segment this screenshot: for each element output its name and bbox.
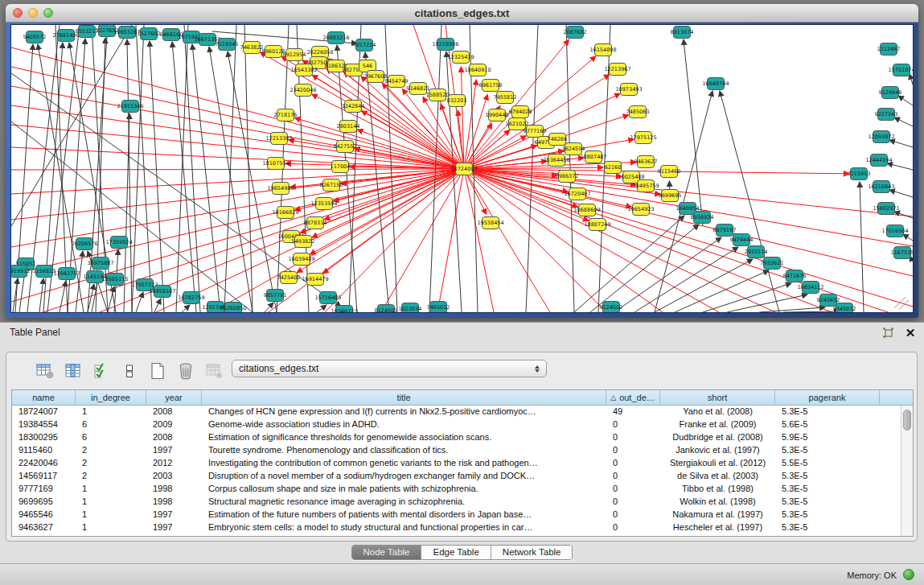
edge[interactable] <box>385 25 397 312</box>
edge[interactable] <box>894 297 906 308</box>
table-cell[interactable]: Jankovic et al. (1997) <box>660 444 775 457</box>
graph-node-1022034[interactable]: 1022034 <box>399 303 422 313</box>
table-cell[interactable]: 5.3E-5 <box>775 496 880 509</box>
table-source-select[interactable]: citations_edges.txt <box>232 360 547 377</box>
graph-node-15751074[interactable]: 15751074 <box>888 64 913 76</box>
edge[interactable] <box>898 96 913 105</box>
table-cell[interactable]: 5.3E-5 <box>775 444 880 457</box>
table-cell[interactable]: Tibbo et al. (1998) <box>660 483 775 496</box>
table-cell[interactable]: Embryonic stem cells: a model to study s… <box>202 521 606 534</box>
graph-node-9777169[interactable]: 9777169 <box>524 126 547 138</box>
table-cell[interactable]: Changes of HCN gene expression and I(f) … <box>202 406 606 418</box>
graph-node-9474444[interactable]: 9474444 <box>730 234 754 246</box>
edge[interactable] <box>317 305 326 312</box>
graph-node-7857224[interactable]: 7857224 <box>353 39 376 51</box>
table-cell[interactable]: 9465546 <box>12 509 76 521</box>
table-cell[interactable]: 5.5E-5 <box>775 457 880 470</box>
graph-node-7485063[interactable]: 7485063 <box>626 106 650 118</box>
table-cell[interactable]: 2 <box>76 444 146 457</box>
table-cell[interactable]: Structural magnetic resonance image aver… <box>202 496 606 509</box>
edge[interactable] <box>294 117 464 169</box>
table-cell[interactable]: Wolkin et al. (1998) <box>660 496 775 509</box>
graph-node-10807487[interactable]: 10807487 <box>580 151 606 163</box>
table-cell[interactable]: 49 <box>606 406 660 418</box>
edge[interactable] <box>11 169 464 170</box>
graph-node-8471676[interactable]: 8471676 <box>783 270 807 282</box>
graph-node-9227343[interactable]: 9227343 <box>875 109 898 121</box>
create-column-button[interactable] <box>148 361 167 381</box>
edge[interactable] <box>265 303 273 312</box>
network-canvas[interactable]: 1872400774638228960128891295428226058982… <box>11 25 913 312</box>
table-cell[interactable]: Estimation of the future numbers of pati… <box>202 509 606 521</box>
edge[interactable] <box>464 169 775 312</box>
graph-node-5405572[interactable]: 5405572 <box>23 31 47 43</box>
table-row[interactable]: 1872400712008Changes of HCN gene express… <box>12 406 913 418</box>
table-cell[interactable]: 22420046 <box>12 457 76 470</box>
graph-node-3242844[interactable]: 3242844 <box>342 101 365 113</box>
table-mode-button[interactable] <box>35 361 55 381</box>
table-cell[interactable]: 5.3E-5 <box>775 483 880 496</box>
graph-node-18346723[interactable]: 18346723 <box>331 306 357 313</box>
table-cell[interactable]: 9777169 <box>12 483 76 496</box>
table-cell[interactable]: 14569117 <box>12 470 76 483</box>
edge[interactable] <box>323 169 464 274</box>
table-row[interactable]: 1456911722003Disruption of a novel membe… <box>12 470 913 483</box>
graph-node-7519345[interactable]: 7519345 <box>216 39 239 51</box>
table-cell[interactable]: Investigating the contribution of common… <box>202 457 606 470</box>
edge[interactable] <box>903 234 913 241</box>
table-cell[interactable]: Franke et al. (2009) <box>660 418 775 431</box>
graph-node-2933114[interactable]: 2933114 <box>745 246 768 258</box>
table-cell[interactable]: Yano et al. (2008) <box>660 406 775 418</box>
graph-node-9857791[interactable]: 9857791 <box>264 290 287 302</box>
graph-node-2087682[interactable]: 2087682 <box>564 27 587 39</box>
graph-node-1990448[interactable]: 1990448 <box>486 109 509 122</box>
edge[interactable] <box>566 25 574 312</box>
graph-node-16648794[interactable]: 16648794 <box>702 78 729 90</box>
graph-node-3215953[interactable]: 3215953 <box>848 168 871 180</box>
edge[interactable] <box>464 169 719 312</box>
column-header-pagerank[interactable]: pagerank <box>775 390 880 405</box>
table-cell[interactable]: 2008 <box>146 431 202 444</box>
column-header-out_de[interactable]: △out_de… <box>606 390 660 405</box>
table-cell[interactable]: 5.6E-5 <box>775 418 880 431</box>
graph-node-1167535[interactable]: 1167535 <box>891 247 913 259</box>
graph-node-25364456[interactable]: 25364456 <box>543 154 569 167</box>
show-columns-button[interactable] <box>64 361 83 381</box>
graph-node-16154808[interactable]: 16154808 <box>589 44 616 56</box>
graph-node-16914479[interactable]: 16914479 <box>302 274 328 286</box>
edge[interactable] <box>182 305 190 312</box>
graph-node-12213383[interactable]: 12213383 <box>265 133 292 145</box>
edge[interactable] <box>684 39 703 226</box>
table-cell[interactable]: 9115460 <box>12 444 76 457</box>
edge[interactable] <box>889 190 913 197</box>
table-row[interactable]: 969969511998Structural magnetic resonanc… <box>12 496 913 509</box>
graph-node-10688609[interactable]: 10688609 <box>573 204 600 216</box>
graph-node-1588520[interactable]: 1588520 <box>426 89 450 101</box>
close-panel-button[interactable]: ✕ <box>903 325 918 340</box>
table-cell[interactable]: 0 <box>606 431 660 444</box>
column-header-name[interactable]: name <box>12 390 76 405</box>
graph-node-9699695[interactable]: 9699695 <box>659 190 682 202</box>
table-cell[interactable]: Corpus callosum shape and size in male p… <box>202 483 606 496</box>
graph-node-16782759[interactable]: 16782759 <box>178 292 204 304</box>
table-cell[interactable]: Estimation of significance thresholds fo… <box>202 431 606 444</box>
edge[interactable] <box>136 292 143 312</box>
table-cell[interactable]: 1997 <box>146 444 202 457</box>
edge[interactable] <box>381 169 464 312</box>
memory-status-indicator[interactable] <box>903 569 914 580</box>
graph-node-12444194[interactable]: 12444194 <box>865 154 892 167</box>
table-cell[interactable]: 9699695 <box>12 496 76 509</box>
graph-node-15716485[interactable]: 15716485 <box>314 292 341 304</box>
graph-node-8813074[interactable]: 8813074 <box>671 27 694 39</box>
graph-node-20883216[interactable]: 20883216 <box>322 32 349 44</box>
graph-node-2718176[interactable]: 2718176 <box>274 109 298 122</box>
table-cell[interactable]: 2 <box>76 470 146 483</box>
graph-node-7986372[interactable]: 7986372 <box>556 171 579 183</box>
table-cell[interactable]: 5.3E-5 <box>775 509 880 521</box>
graph-node-8960128[interactable]: 8960128 <box>262 46 285 58</box>
graph-node-8454749[interactable]: 8454749 <box>385 76 409 88</box>
table-cell[interactable]: 5.3E-5 <box>775 521 880 534</box>
graph-node-7465012[interactable]: 7465012 <box>427 302 450 313</box>
graph-node-62160[interactable]: 62160 <box>605 162 622 174</box>
table-cell[interactable]: 0 <box>606 470 660 483</box>
